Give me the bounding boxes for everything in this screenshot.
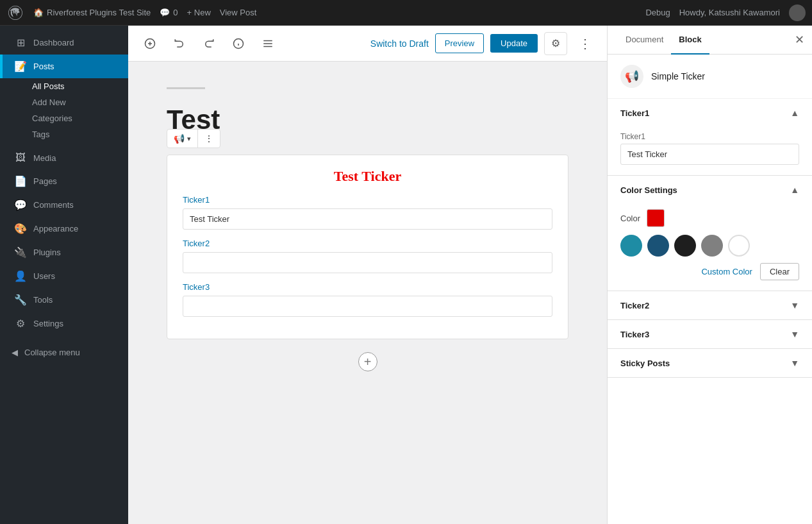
sidebar-item-dashboard[interactable]: ⊞ Dashboard [0,31,128,55]
collapse-menu[interactable]: ◀ Collapse menu [0,342,128,363]
color-circle-teal[interactable] [620,235,642,257]
clear-color-button[interactable]: Clear [760,263,799,280]
ticker3-accordion-header[interactable]: Ticker3 ▼ [608,320,812,348]
ticker3-input[interactable] [183,296,552,317]
color-settings-header[interactable]: Color Settings ▲ [608,176,812,204]
add-block-below[interactable]: + [167,352,568,371]
sidebar-item-pages[interactable]: 📄 Pages [0,169,128,193]
color-circle-gray[interactable] [701,235,723,257]
ticker2-section-label: Ticker2 [620,301,649,310]
appearance-icon: 🎨 [14,223,27,235]
ticker-display-title: Test Ticker [183,168,552,185]
panel-body: 📢 Simple Ticker Ticker1 ▲ Ticker1 Color … [608,55,812,524]
ticker2-chevron-icon: ▼ [790,300,799,310]
sidebar-sub-categories[interactable]: Categories [0,110,128,126]
ticker2-section: Ticker2 ▼ [608,291,812,320]
color-text-label: Color [620,214,640,223]
settings-gear-button[interactable]: ⚙ [544,32,567,55]
sidebar-item-tools[interactable]: 🔧 Tools [0,288,128,312]
preview-button[interactable]: Preview [435,33,484,53]
sidebar: ⊞ Dashboard 📝 Posts All Posts Add New Ca… [0,26,128,524]
admin-bar-view-post[interactable]: View Post [220,8,257,17]
ticker3-section: Ticker3 ▼ [608,320,812,349]
sidebar-item-appearance[interactable]: 🎨 Appearance [0,217,128,241]
sticky-posts-chevron-icon: ▼ [790,358,799,368]
dashboard-icon: ⊞ [14,37,27,49]
ticker3-section-label: Ticker3 [620,330,649,339]
switch-to-draft-button[interactable]: Switch to Draft [370,38,429,49]
sidebar-item-comments[interactable]: 💬 Comments [0,193,128,217]
editor-inner: Test 📢 ▾ ⋮ Test Ticker Ticker1 [167,87,568,371]
admin-bar-new[interactable]: + New [187,8,211,17]
ticker1-chevron-icon: ▲ [790,108,799,118]
admin-bar-user[interactable]: Howdy, Katsushi Kawamori [679,8,780,17]
admin-bar-site[interactable]: 🏠 Riverforest Plugins Test Site [33,8,151,17]
ticker1-field-label: Ticker1 [183,195,552,205]
ticker1-accordion-header[interactable]: Ticker1 ▲ [608,99,812,127]
user-avatar [789,4,806,21]
panel-close-button[interactable]: ✕ [795,33,804,47]
sticky-posts-header[interactable]: Sticky Posts ▼ [608,349,812,377]
ticker-block-wrap: Test Ticker Ticker1 Ticker2 Ticker3 [167,155,568,339]
post-separator [167,87,205,89]
ticker2-accordion-header[interactable]: Ticker2 ▼ [608,291,812,319]
tools-icon: 🔧 [14,294,27,306]
color-circle-dark-blue[interactable] [647,235,669,257]
posts-icon: 📝 [14,60,27,72]
undo-button[interactable] [168,32,191,55]
editor-toolbar: Switch to Draft Preview Update ⚙ ⋮ [128,26,607,62]
sidebar-item-users[interactable]: 👤 Users [0,264,128,288]
comments-icon: 💬 [14,199,27,211]
color-circles-row [620,235,799,257]
tab-block[interactable]: Block [671,26,709,55]
more-options-button[interactable]: ⋮ [574,32,597,55]
update-button[interactable]: Update [490,34,538,53]
add-block-circle-icon: + [358,352,377,371]
color-settings-section: Color Settings ▲ Color [608,176,812,291]
list-view-button[interactable] [256,32,279,55]
sidebar-item-settings[interactable]: ⚙ Settings [0,312,128,335]
selected-color-swatch[interactable] [647,209,665,227]
ticker2-input[interactable] [183,252,552,273]
editor-area: Switch to Draft Preview Update ⚙ ⋮ Test … [128,26,607,524]
sidebar-sub-all-posts[interactable]: All Posts [0,78,128,94]
sidebar-sub-tags[interactable]: Tags [0,126,128,142]
right-panel: Document Block ✕ 📢 Simple Ticker Ticker1… [607,26,812,524]
ticker1-panel-input[interactable] [620,144,799,165]
pages-icon: 📄 [14,175,27,187]
sticky-posts-label: Sticky Posts [620,359,670,368]
color-row: Color [620,209,799,227]
color-circle-black[interactable] [674,235,696,257]
wp-logo[interactable] [6,4,24,22]
panel-tabs: Document Block ✕ [608,26,812,55]
posts-submenu: All Posts Add New Categories Tags [0,78,128,146]
ticker2-field-label: Ticker2 [183,239,552,248]
ticker1-accordion-body: Ticker1 [608,127,812,175]
block-more-button[interactable]: ⋮ [198,130,220,148]
color-settings-label: Color Settings [620,185,677,195]
color-actions: Custom Color Clear [620,263,799,280]
sidebar-item-plugins[interactable]: 🔌 Plugins [0,241,128,264]
block-toolbar: 📢 ▾ ⋮ [167,129,220,148]
block-type-button[interactable]: 📢 ▾ [167,130,198,148]
ticker1-input[interactable] [183,208,552,230]
sidebar-item-media[interactable]: 🖼 Media [0,146,128,169]
block-name-label: Simple Ticker [651,71,705,81]
main-layout: ⊞ Dashboard 📝 Posts All Posts Add New Ca… [0,26,812,524]
color-circle-white[interactable] [728,235,750,257]
add-block-toolbar-button[interactable] [138,32,162,55]
custom-color-link[interactable]: Custom Color [701,267,752,276]
ticker3-chevron-icon: ▼ [790,329,799,339]
tab-document[interactable]: Document [618,26,671,55]
ticker1-section: Ticker1 ▲ Ticker1 [608,99,812,176]
info-button[interactable] [227,32,250,55]
admin-bar-debug[interactable]: Debug [645,8,670,17]
settings-icon: ⚙ [14,317,27,330]
admin-bar-comments[interactable]: 💬 0 [160,8,178,17]
redo-button[interactable] [197,32,220,55]
ticker1-panel-label: Ticker1 [620,132,799,141]
sidebar-item-posts[interactable]: 📝 Posts [0,55,128,78]
sidebar-sub-add-new[interactable]: Add New [0,94,128,110]
color-settings-body: Color Custom Color Clear [608,204,812,291]
sticky-posts-section: Sticky Posts ▼ [608,349,812,378]
